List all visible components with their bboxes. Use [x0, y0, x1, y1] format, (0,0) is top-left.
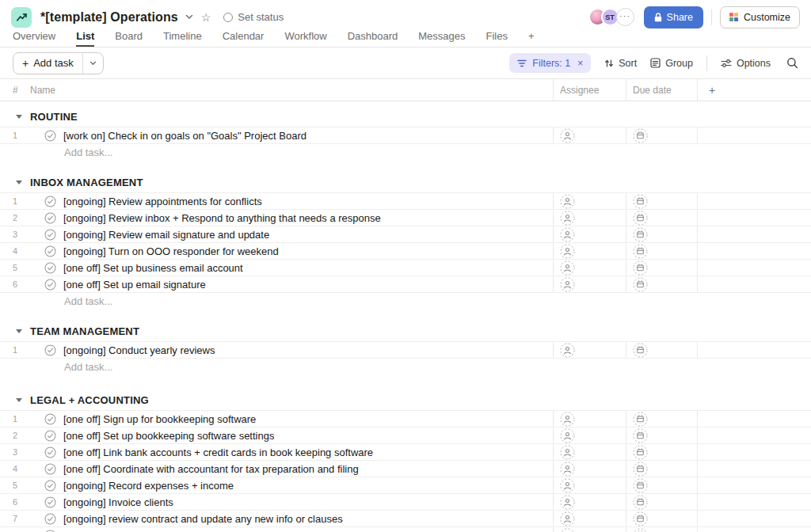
task-row[interactable]: 3 [one off] Link bank accounts + credit … [0, 444, 811, 461]
add-task-button[interactable]: + Add task [13, 52, 104, 74]
add-task-row[interactable]: Add task... [0, 144, 811, 161]
filters-pill[interactable]: Filters: 1 × [509, 53, 591, 73]
due-date-cell[interactable] [626, 276, 697, 292]
assignee-cell[interactable] [553, 342, 626, 358]
assignee-cell[interactable] [553, 527, 626, 532]
assignee-cell[interactable] [553, 428, 626, 443]
assignee-cell[interactable] [553, 243, 626, 259]
assignee-cell[interactable] [553, 127, 626, 143]
due-date-cell[interactable] [626, 127, 697, 143]
section-title[interactable]: INBOX MANAGEMENT [30, 177, 143, 188]
add-task-row[interactable]: Add task... [0, 293, 811, 310]
assignee-cell[interactable] [553, 461, 626, 477]
due-date-cell[interactable] [626, 461, 697, 477]
complete-task-button[interactable] [44, 212, 56, 224]
collapse-triangle-icon[interactable] [16, 398, 22, 402]
project-icon[interactable] [11, 7, 32, 28]
task-row[interactable]: 2 [one off] Set up bookkeeping software … [0, 428, 811, 444]
page-title[interactable]: *[template] Operations [40, 10, 178, 25]
complete-task-button[interactable] [44, 262, 56, 274]
add-task-label[interactable]: Add task... [64, 361, 112, 373]
complete-task-button[interactable] [44, 344, 56, 356]
add-task-row[interactable]: Add task... [0, 359, 811, 375]
task-row[interactable]: 5 [one off] Set up business email accoun… [0, 260, 811, 276]
share-button[interactable]: Share [644, 6, 703, 28]
star-icon[interactable]: ☆ [201, 12, 211, 23]
due-date-cell[interactable] [626, 210, 697, 226]
clear-filters-icon[interactable]: × [577, 58, 583, 69]
complete-task-button[interactable] [44, 513, 56, 525]
assignee-cell[interactable] [553, 193, 626, 209]
collapse-triangle-icon[interactable] [16, 115, 22, 119]
complete-task-button[interactable] [44, 480, 56, 492]
assignee-cell[interactable] [553, 477, 626, 493]
complete-task-button[interactable] [44, 496, 56, 508]
tab-board[interactable]: Board [115, 30, 143, 47]
complete-task-button[interactable] [44, 245, 56, 257]
add-column-button[interactable]: + [697, 79, 811, 101]
add-task-dropdown[interactable] [82, 53, 103, 74]
due-date-cell[interactable] [626, 226, 697, 242]
due-date-cell[interactable] [626, 428, 697, 443]
assignee-cell[interactable] [553, 494, 626, 510]
tab-dashboard[interactable]: Dashboard [348, 30, 398, 47]
tab-overview[interactable]: Overview [13, 30, 55, 47]
assignee-cell[interactable] [553, 260, 626, 276]
assignee-cell[interactable] [553, 444, 626, 460]
task-row[interactable]: 1 [work on] Check in on goals on "Goals"… [0, 127, 811, 144]
due-date-cell[interactable] [626, 260, 697, 276]
title-chevron-down-icon[interactable] [185, 14, 193, 20]
assignee-cell[interactable] [553, 276, 626, 292]
due-date-cell[interactable] [626, 411, 697, 427]
sort-button[interactable]: Sort [604, 58, 637, 69]
tab-files[interactable]: Files [486, 30, 508, 47]
options-button[interactable]: Options [721, 58, 771, 69]
tab-list[interactable]: List [76, 30, 94, 47]
task-row[interactable]: 1 [one off] Sign up for bookkeeping soft… [0, 411, 811, 428]
due-date-cell[interactable] [626, 444, 697, 460]
complete-task-button[interactable] [44, 229, 56, 241]
set-status-button[interactable]: Set status [223, 11, 284, 23]
tab-workflow[interactable]: Workflow [284, 30, 326, 47]
task-row[interactable]: 6 [ongoing] Invoice clients [0, 494, 811, 511]
collapse-triangle-icon[interactable] [16, 180, 22, 184]
task-row[interactable]: 5 [ongoing] Record expenses + income [0, 477, 811, 494]
assignee-cell[interactable] [553, 411, 626, 427]
assignee-cell[interactable] [553, 226, 626, 242]
complete-task-button[interactable] [44, 430, 56, 442]
due-date-cell[interactable] [626, 243, 697, 259]
task-row[interactable]: 8 [one off] Create an invoice template [0, 527, 811, 532]
tab-[interactable]: + [528, 30, 535, 47]
task-row[interactable]: 3 [ongoing] Review email signature and u… [0, 226, 811, 243]
complete-task-button[interactable] [44, 446, 56, 458]
due-date-cell[interactable] [626, 527, 697, 532]
section-title[interactable]: ROUTINE [30, 111, 78, 123]
due-date-cell[interactable] [626, 477, 697, 493]
search-button[interactable] [786, 57, 798, 69]
complete-task-button[interactable] [44, 130, 56, 142]
complete-task-button[interactable] [44, 279, 56, 291]
task-row[interactable]: 4 [one off] Coordinate with accountant f… [0, 461, 811, 477]
task-row[interactable]: 6 [one off] Set up email signature [0, 276, 811, 293]
complete-task-button[interactable] [44, 530, 56, 532]
section-title[interactable]: TEAM MANAGEMENT [30, 325, 139, 337]
group-button[interactable]: Group [650, 58, 693, 69]
task-row[interactable]: 1 [ongoing] Conduct yearly reviews [0, 342, 811, 359]
tab-calendar[interactable]: Calendar [223, 30, 265, 47]
task-row[interactable]: 1 [ongoing] Review appointments for conf… [0, 193, 811, 210]
customize-button[interactable]: Customize [720, 6, 800, 28]
add-task-label[interactable]: Add task... [64, 295, 112, 307]
add-task-label[interactable]: Add task... [64, 146, 112, 158]
tab-timeline[interactable]: Timeline [163, 30, 202, 47]
due-date-cell[interactable] [626, 342, 697, 358]
complete-task-button[interactable] [44, 463, 56, 475]
due-date-cell[interactable] [626, 494, 697, 510]
task-row[interactable]: 2 [ongoing] Review inbox + Respond to an… [0, 210, 811, 226]
due-date-cell[interactable] [626, 511, 697, 526]
section-title[interactable]: LEGAL + ACCOUNTING [30, 394, 149, 406]
complete-task-button[interactable] [44, 413, 56, 425]
assignee-cell[interactable] [553, 210, 626, 226]
task-row[interactable]: 4 [ongoing] Turn on OOO responder for we… [0, 243, 811, 260]
member-overflow-button[interactable]: ··· [616, 8, 634, 26]
task-row[interactable]: 7 [ongoing] review contract and update a… [0, 511, 811, 527]
